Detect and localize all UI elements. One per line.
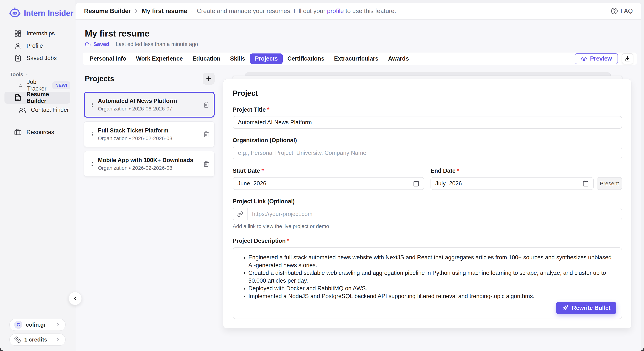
project-form-card: Project Project Title* Organization (Opt… — [223, 79, 632, 329]
delete-project-button[interactable] — [203, 161, 210, 167]
users-icon — [19, 106, 26, 114]
saved-label: Saved — [94, 41, 109, 47]
end-date-row: July2026 Present — [430, 177, 622, 190]
profile-link[interactable]: profile — [327, 7, 344, 14]
dashboard-icon — [14, 30, 22, 37]
chevron-right-icon — [55, 322, 61, 328]
preview-label: Preview — [590, 55, 612, 62]
link-icon-cell — [233, 208, 248, 220]
help-circle-icon — [611, 7, 618, 14]
sidebar-item-internships[interactable]: Internships — [4, 27, 70, 39]
subtitle-text: Create and manage your resumes. Fill out… — [197, 7, 327, 14]
trash-icon — [203, 161, 210, 167]
start-date-label: Start Date* — [233, 167, 424, 174]
sidebar-item-resources[interactable]: Resources — [4, 126, 70, 138]
drag-handle-icon[interactable] — [89, 101, 94, 108]
header-subtitle: Create and manage your resumes. Fill out… — [197, 7, 396, 14]
tab-personal-info[interactable]: Personal Info — [85, 53, 131, 64]
brand-name: Intern Insider — [24, 8, 73, 18]
trash-icon — [203, 101, 210, 108]
section-tabs: Personal Info Work Experience Education … — [82, 52, 637, 65]
organization-input[interactable] — [233, 147, 622, 159]
end-month: July — [435, 180, 446, 187]
user-icon — [14, 42, 22, 49]
project-link-field — [233, 208, 622, 220]
required-asterisk: * — [267, 106, 270, 113]
calendar-icon — [413, 180, 419, 187]
tools-section-toggle[interactable]: Tools — [10, 71, 75, 77]
tab-education[interactable]: Education — [188, 53, 225, 64]
plus-icon — [205, 75, 212, 82]
tab-awards[interactable]: Awards — [383, 53, 414, 64]
end-date-picker[interactable]: July2026 — [430, 177, 594, 190]
start-year: 2026 — [254, 180, 266, 187]
cloud-icon — [85, 41, 91, 47]
calendar-icon — [582, 180, 589, 187]
project-card-text: Mobile App with 100K+ Downloads Organiza… — [98, 157, 200, 171]
project-card-meta: Organization • 2026-02-2026-08 — [98, 165, 200, 171]
download-button[interactable] — [622, 53, 633, 64]
breadcrumb-current: My first resume — [142, 7, 187, 14]
start-date-value: June2026 — [238, 180, 266, 187]
project-card-title: Automated AI News Platform — [98, 98, 200, 104]
tab-skills[interactable]: Skills — [225, 53, 250, 64]
start-month: June — [238, 180, 250, 187]
project-title-input[interactable] — [233, 116, 622, 129]
projects-panel-header: Projects — [84, 73, 214, 85]
dates-row: Start Date* June2026 End Date* — [233, 159, 622, 190]
page-content: My first resume Saved Last edited less t… — [76, 20, 642, 351]
sidebar-footer: C colin.gr 1 credits — [9, 319, 66, 346]
brand-logo[interactable]: Intern Insider — [0, 0, 75, 19]
present-toggle-button[interactable]: Present — [597, 177, 622, 190]
robot-logo-icon — [8, 7, 21, 19]
breadcrumb-resume-builder[interactable]: Resume Builder — [84, 7, 131, 14]
tab-extracurriculars[interactable]: Extracurriculars — [329, 53, 383, 64]
project-link-input[interactable] — [248, 208, 622, 220]
project-card-mobile-app[interactable]: Mobile App with 100K+ Downloads Organiza… — [84, 151, 214, 177]
faq-button[interactable]: FAQ — [611, 7, 633, 14]
sidebar-item-resume-builder[interactable]: Resume Builder — [4, 92, 70, 104]
tab-work-experience[interactable]: Work Experience — [131, 53, 188, 64]
required-asterisk: * — [457, 167, 459, 174]
main-area: Resume Builder My first resume · Create … — [76, 0, 644, 351]
tab-projects[interactable]: Projects — [250, 53, 282, 64]
username: colin.gr — [26, 322, 46, 328]
sidebar-item-contact-finder[interactable]: Contact Finder — [4, 104, 70, 116]
rewrite-bullet-label: Rewrite Bullet — [572, 305, 610, 311]
sidebar-item-saved-jobs[interactable]: Saved Jobs — [4, 52, 70, 64]
start-date-picker[interactable]: June2026 — [233, 177, 424, 190]
end-date-label: End Date* — [430, 167, 622, 174]
work-area: Projects Automated AI News Platform Orga… — [82, 73, 637, 329]
sidebar-item-job-tracker[interactable]: Job Tracker NEW! — [4, 79, 70, 91]
briefcase-icon — [14, 129, 22, 136]
project-link-helper: Add a link to view the live project or d… — [233, 223, 622, 229]
project-card-text: Automated AI News Platform Organization … — [98, 98, 200, 112]
breadcrumb-dot: · — [191, 7, 193, 14]
link-icon — [237, 211, 243, 217]
subtitle-text: to use this feature. — [344, 7, 396, 14]
main-content-card: Resume Builder My first resume · Create … — [76, 2, 642, 351]
add-project-button[interactable] — [203, 73, 214, 85]
credits-button[interactable]: 1 credits — [9, 334, 66, 346]
rewrite-bullet-button[interactable]: Rewrite Bullet — [556, 302, 616, 314]
sidebar-item-profile[interactable]: Profile — [4, 40, 70, 52]
sidebar-collapse-button[interactable] — [68, 292, 82, 305]
sidebar-nav: Internships Profile Saved Jobs Tools Job… — [0, 27, 75, 138]
label-text: End Date — [430, 167, 456, 174]
tab-certifications[interactable]: Certifications — [283, 53, 329, 64]
project-description-editor[interactable]: Engineered a full stack automated news w… — [233, 247, 622, 319]
sidebar-item-label: Resources — [26, 129, 54, 136]
project-link-label: Project Link (Optional) — [233, 198, 622, 205]
drag-handle-icon[interactable] — [89, 161, 94, 167]
download-icon — [624, 55, 631, 62]
preview-button[interactable]: Preview — [575, 53, 618, 64]
end-date-col: End Date* July2026 Present — [430, 159, 622, 190]
delete-project-button[interactable] — [203, 101, 210, 108]
delete-project-button[interactable] — [203, 131, 210, 137]
coins-icon — [14, 336, 21, 343]
label-text: Project Title — [233, 106, 266, 113]
project-card-automated-ai-news[interactable]: Automated AI News Platform Organization … — [84, 92, 214, 118]
user-account-button[interactable]: C colin.gr — [9, 319, 66, 331]
project-card-full-stack-ticket[interactable]: Full Stack Ticket Platform Organization … — [84, 121, 214, 147]
drag-handle-icon[interactable] — [89, 131, 94, 137]
